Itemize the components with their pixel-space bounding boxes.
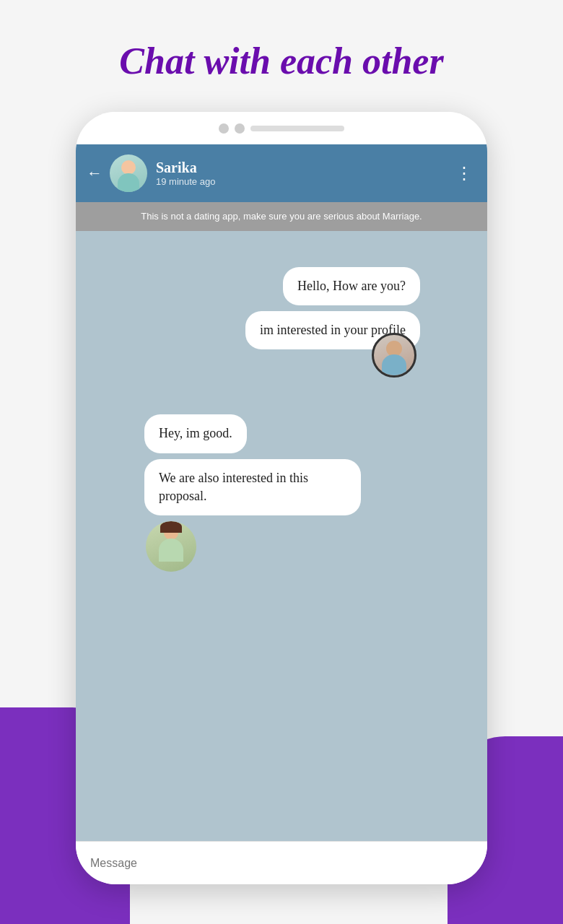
phone-notch <box>76 112 487 144</box>
contact-name: Sarika <box>156 160 452 176</box>
received-messages-area: Hey, im good. We are also interested in … <box>87 414 476 572</box>
notch-bar <box>250 126 344 131</box>
avatar-hair <box>160 521 182 533</box>
menu-button[interactable]: ⋮ <box>452 160 476 187</box>
message-input-bar <box>76 841 487 884</box>
receiver-avatar <box>146 521 196 572</box>
notch-circle-1 <box>219 123 229 134</box>
chat-body: Hello, How are you? im interested in you… <box>76 231 487 841</box>
msg-bubble-received-2: We are also interested in this proposal. <box>144 459 361 515</box>
msg-sent-group-1: Hello, How are you? im interested in you… <box>87 267 476 400</box>
sent-messages-area: Hello, How are you? im interested in you… <box>87 267 476 400</box>
sender-avatar <box>372 333 416 378</box>
notch-circle-2 <box>235 123 245 134</box>
phone-frame: ← Sarika 19 minute ago ⋮ This is not a d… <box>76 112 487 884</box>
header-avatar <box>110 154 147 192</box>
contact-time: 19 minute ago <box>156 176 452 187</box>
header-info: Sarika 19 minute ago <box>156 160 452 187</box>
chat-header: ← Sarika 19 minute ago ⋮ <box>76 144 487 202</box>
message-input[interactable] <box>90 857 473 870</box>
msg-bubble-received-1: Hey, im good. <box>144 414 247 453</box>
msg-bubble-sent-1: Hello, How are you? <box>283 267 420 305</box>
disclaimer-banner: This is not a dating app, make sure you … <box>76 202 487 231</box>
disclaimer-text: This is not a dating app, make sure you … <box>141 211 422 222</box>
back-button[interactable]: ← <box>87 164 102 183</box>
page-title: Chat with each other <box>0 40 563 82</box>
msg-received-group-1: Hey, im good. We are also interested in … <box>87 414 476 572</box>
